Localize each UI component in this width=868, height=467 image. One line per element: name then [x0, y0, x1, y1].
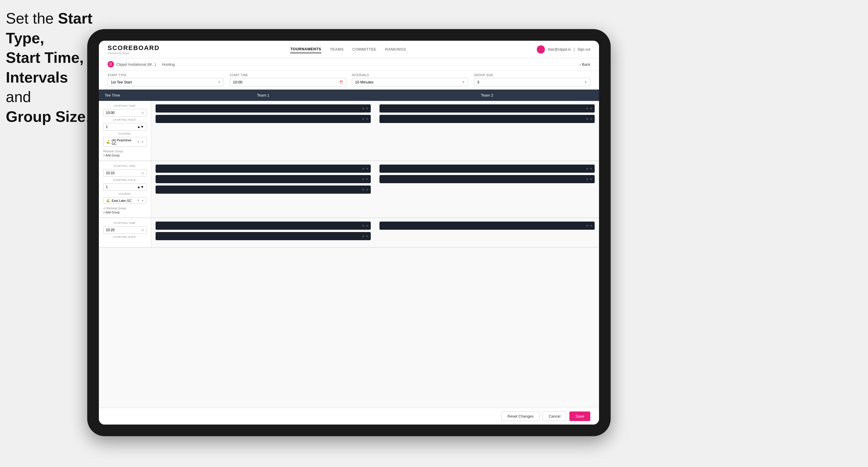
course-chevron-1[interactable]: ▼: [141, 141, 144, 143]
player-remove-icon[interactable]: ✕: [586, 167, 588, 170]
start-type-value: 1st Tee Start: [111, 80, 132, 84]
start-time-group: Start Time 10:00 ⏰: [230, 73, 346, 86]
group-team2-3: ✕ ✎: [375, 218, 599, 247]
starting-time-input-1[interactable]: 10:00 ⊙: [103, 109, 147, 117]
player-edit-icon[interactable]: ✎: [590, 224, 592, 227]
starting-hole-input-2[interactable]: 1 ▲▼: [103, 183, 147, 191]
player-remove-icon[interactable]: ✕: [362, 178, 364, 181]
start-time-select[interactable]: 10:00 ⏰: [230, 78, 346, 86]
player-remove-icon[interactable]: ✕: [362, 118, 364, 121]
starting-time-input-2[interactable]: 10:10 ⊙: [103, 169, 147, 177]
player-edit-icon[interactable]: ✎: [366, 178, 368, 181]
sign-out-link[interactable]: Sign out: [578, 48, 590, 52]
start-type-label: Start Type: [107, 73, 224, 77]
player-remove-icon[interactable]: ✕: [362, 107, 364, 110]
cancel-button[interactable]: Cancel: [542, 411, 566, 421]
group-left-1: STARTING TIME: 10:00 ⊙ STARTING HOLE: 1 …: [99, 101, 151, 160]
player-edit-icon[interactable]: ✎: [590, 107, 592, 110]
group-section-1: STARTING TIME: 10:00 ⊙ STARTING HOLE: 1 …: [99, 101, 599, 161]
logo-container: SCOREBOARD Powered by clippd: [107, 44, 160, 55]
remove-group-btn-1[interactable]: Remove Group: [103, 150, 147, 153]
course-badge-2[interactable]: ⛳ East Lake GC ✕ ▼: [103, 197, 147, 204]
intervals-chevron: ▼: [462, 81, 465, 84]
player-edit-icon[interactable]: ✎: [590, 178, 592, 181]
course-badge-1[interactable]: ⛳ (A) Peachtree GC ✕ ▼: [103, 137, 147, 147]
player-remove-icon[interactable]: ✕: [362, 167, 364, 170]
add-group-btn-2[interactable]: + Add Group: [103, 211, 147, 214]
nav-committee[interactable]: COMMITTEE: [352, 45, 377, 53]
player-row: ✕ ✎: [156, 164, 371, 173]
navbar: SCOREBOARD Powered by clippd TOURNAMENTS…: [99, 41, 599, 58]
navbar-nav: TOURNAMENTS TEAMS COMMITTEE RANKINGS: [290, 45, 406, 53]
group-size-label: Group Size: [474, 73, 590, 77]
group-row-1: STARTING TIME: 10:00 ⊙ STARTING HOLE: 1 …: [99, 101, 599, 160]
group-row-2: STARTING TIME: 10:10 ⊙ STARTING HOLE: 1 …: [99, 161, 599, 218]
intervals-value: 10 Minutes: [355, 80, 374, 84]
player-remove-icon[interactable]: ✕: [586, 178, 588, 181]
player-remove-icon[interactable]: ✕: [586, 107, 588, 110]
footer-bar: Reset Changes Cancel Save: [99, 408, 599, 425]
start-time-clock-icon: ⏰: [339, 81, 343, 84]
back-button[interactable]: ‹ Back: [580, 62, 590, 67]
clock-icon-1: ⊙: [141, 111, 144, 115]
player-remove-icon[interactable]: ✕: [586, 118, 588, 121]
player-remove-icon[interactable]: ✕: [362, 224, 364, 227]
intervals-group: Intervals 10 Minutes ▼: [352, 73, 468, 86]
tournament-name[interactable]: Clippd Invitational (M...): [116, 62, 156, 67]
nav-rankings[interactable]: RANKINGS: [385, 45, 406, 53]
player-row: ✕ ✎: [156, 232, 371, 240]
group-actions-2: ⊙ Remove Group + Add Group: [103, 207, 147, 214]
player-edit-icon[interactable]: ✎: [366, 188, 368, 191]
player-edit-icon[interactable]: ✎: [366, 118, 368, 121]
group-left-3: STARTING TIME: 10:20 ⊙ STARTING HOLE:: [99, 218, 151, 247]
player-remove-icon[interactable]: ✕: [362, 235, 364, 238]
starting-hole-input-1[interactable]: 1 ▲▼: [103, 123, 147, 130]
breadcrumb-bar: C Clippd Invitational (M...) › Hosting ‹…: [99, 58, 599, 71]
group-row-3: STARTING TIME: 10:20 ⊙ STARTING HOLE: ✕ …: [99, 218, 599, 247]
player-remove-icon[interactable]: ✕: [586, 224, 588, 227]
course-remove-2[interactable]: ✕: [137, 198, 140, 203]
intervals-label: Intervals: [352, 73, 468, 77]
table-header: Tee Time Team 1 Team 2: [99, 90, 599, 101]
breadcrumb-logo: C: [107, 61, 114, 67]
start-time-label: Start Time: [230, 73, 346, 77]
starting-time-input-3[interactable]: 10:20 ⊙: [103, 226, 147, 234]
nav-tournaments[interactable]: TOURNAMENTS: [290, 45, 321, 53]
hole-chevron-1: ▲▼: [137, 125, 144, 129]
save-button[interactable]: Save: [569, 411, 590, 421]
clock-icon-2: ⊙: [141, 171, 144, 175]
starting-hole-label-1: STARTING HOLE:: [103, 118, 147, 121]
player-row: ✕ ✎: [379, 222, 595, 230]
reset-changes-button[interactable]: Reset Changes: [501, 411, 540, 421]
starting-hole-value-2: 1: [106, 185, 108, 189]
player-remove-icon[interactable]: ✕: [362, 188, 364, 191]
starting-time-label-1: STARTING TIME:: [103, 104, 147, 107]
group-size-chevron: ▼: [584, 81, 587, 84]
player-edit-icon[interactable]: ✎: [590, 118, 592, 121]
player-edit-icon[interactable]: ✎: [366, 167, 368, 170]
user-email: blair@clippd.io: [548, 48, 571, 52]
player-row: ✕ ✎: [379, 164, 595, 173]
player-edit-icon[interactable]: ✎: [366, 224, 368, 227]
nav-teams[interactable]: TEAMS: [330, 45, 344, 53]
start-type-select[interactable]: 1st Tee Start ▼: [107, 78, 224, 86]
group-size-select[interactable]: 3 ▼: [474, 78, 590, 86]
course-name-2: East Lake GC: [112, 199, 131, 203]
course-remove-1[interactable]: ✕: [137, 140, 140, 144]
intervals-select[interactable]: 10 Minutes ▼: [352, 78, 468, 86]
player-edit-icon[interactable]: ✎: [366, 235, 368, 238]
player-edit-icon[interactable]: ✎: [366, 107, 368, 110]
remove-group-btn-2[interactable]: ⊙ Remove Group: [103, 207, 147, 210]
starting-time-value-3: 10:20: [106, 228, 115, 232]
user-avatar: [537, 45, 545, 54]
course-chevron-2[interactable]: ▼: [141, 199, 144, 202]
course-name-1: (A) Peachtree GC: [112, 138, 135, 146]
course-label-1: COURSE:: [103, 132, 147, 135]
header-team1: Team 1: [151, 90, 375, 101]
player-edit-icon[interactable]: ✎: [590, 167, 592, 170]
add-group-btn-1[interactable]: + Add Group: [103, 154, 147, 157]
player-row: ✕ ✎: [156, 175, 371, 183]
starting-hole-value-1: 1: [106, 125, 108, 129]
course-label-2: COURSE:: [103, 192, 147, 195]
player-row: ✕ ✎: [156, 104, 371, 113]
